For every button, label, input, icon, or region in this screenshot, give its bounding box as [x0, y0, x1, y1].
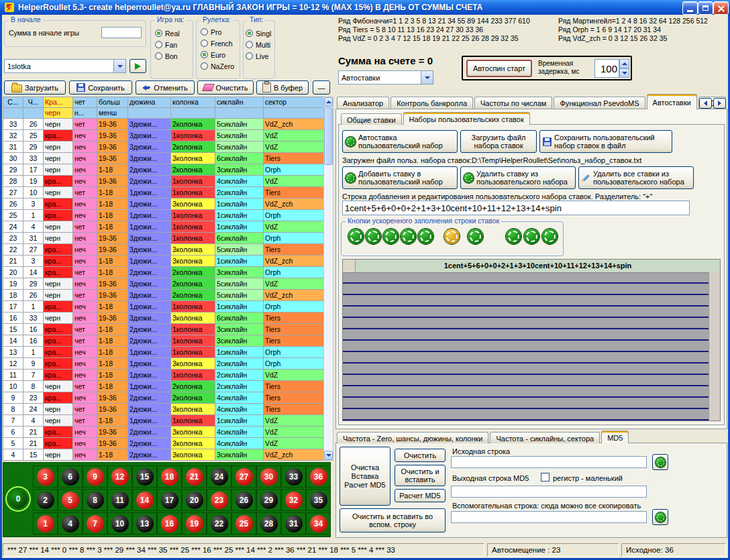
- board-cell-2[interactable]: 2: [33, 489, 58, 511]
- bet-string-input[interactable]: [342, 201, 690, 215]
- board-cell-15[interactable]: 15: [132, 465, 157, 488]
- board-cell-28[interactable]: 28: [256, 512, 281, 535]
- spinner-up-button[interactable]: [619, 59, 629, 68]
- save-button[interactable]: Сохранить: [69, 80, 132, 95]
- board-cell-36[interactable]: 36: [306, 465, 331, 488]
- bet-chip-button-1[interactable]: [348, 229, 364, 244]
- header-color[interactable]: Кра...: [44, 97, 73, 108]
- header-dozen[interactable]: дюжина: [128, 97, 171, 108]
- board-cell-27[interactable]: 27: [231, 465, 256, 488]
- tab-freq-zero-chances[interactable]: Частота - Zero, шансы, дюжины, колонки: [337, 432, 488, 443]
- list-row[interactable]: [343, 295, 709, 306]
- radio-singl[interactable]: Singl: [244, 27, 274, 39]
- board-cell-33[interactable]: 33: [281, 465, 306, 488]
- table-row[interactable]: 2227кра...неч19-363дюжи...3колонка5сикла…: [3, 244, 324, 256]
- maximize-button[interactable]: [698, 1, 713, 15]
- board-cell-29[interactable]: 29: [256, 489, 281, 511]
- header-column[interactable]: колонка: [171, 97, 215, 108]
- table-row[interactable]: 131кра...неч1-181дюжи...1колонка1сиклайн…: [3, 347, 324, 358]
- header-sector[interactable]: сектор: [264, 97, 324, 108]
- table-row[interactable]: 2014кра...чет1-182дюжи...2колонка3сиклай…: [3, 267, 324, 278]
- md5-multi-button[interactable]: ОчисткаВставкаРасчет MD5: [340, 447, 390, 506]
- start-sum-input[interactable]: [101, 27, 142, 38]
- list-row[interactable]: [343, 341, 709, 352]
- subtab-general-bets[interactable]: Общие ставки: [341, 113, 402, 125]
- radio-french[interactable]: French: [197, 38, 240, 49]
- delete-all-bets-button[interactable]: Удалить все ставки из пользовательского …: [578, 166, 694, 189]
- bet-chip-button-9[interactable]: [524, 229, 539, 244]
- table-row[interactable]: 1826чернчет19-363дюжи...2колонка5сиклайн…: [3, 290, 324, 301]
- clear-button[interactable]: Очистить: [197, 80, 254, 95]
- list-row[interactable]: [343, 352, 709, 363]
- board-cell-5[interactable]: 5: [58, 489, 83, 511]
- radio-pro[interactable]: Pro: [197, 26, 240, 38]
- board-cell-9[interactable]: 9: [83, 465, 107, 488]
- board-cell-32[interactable]: 32: [281, 489, 306, 511]
- autobets-combobox[interactable]: Автоставки: [338, 70, 433, 85]
- table-row[interactable]: 1929черннеч19-363дюжи...2колонка5сиклайн…: [3, 278, 324, 290]
- table-row[interactable]: 251кра...неч1-181дюжи...1колонка1сиклайн…: [3, 210, 324, 221]
- bet-chip-button-10[interactable]: [542, 229, 558, 244]
- radio-fan[interactable]: Fan: [151, 39, 193, 50]
- tab-freq-sixlines-sectors[interactable]: Частота - сиклайны, сектора: [490, 432, 600, 443]
- table-row[interactable]: 3129черннеч19-363дюжи...2колонка5сиклайн…: [3, 142, 324, 153]
- load-button[interactable]: Загрузить: [4, 80, 66, 95]
- board-cell-6[interactable]: 6: [58, 465, 83, 488]
- table-row[interactable]: 2331черннеч19-363дюжи...1колонка6сиклайн…: [3, 233, 324, 244]
- list-row[interactable]: [343, 363, 709, 375]
- md5-calc-button[interactable]: Расчет MD5: [395, 489, 446, 502]
- table-row[interactable]: 171кра...неч1-181дюжи...1колонка1сиклайн…: [3, 301, 324, 313]
- delete-bet-button[interactable]: Удалить ставку из пользовательского набо…: [460, 166, 576, 189]
- header-number[interactable]: Ч...: [23, 97, 44, 108]
- md5-source-chip-button[interactable]: [652, 454, 668, 470]
- table-row[interactable]: 415черннеч1-182дюжи...3колонка3сиклайнVd…: [3, 449, 324, 461]
- spinner-down-button[interactable]: [619, 68, 629, 78]
- board-cell-18[interactable]: 18: [157, 465, 182, 488]
- table-row[interactable]: 74чернчет1-181дюжи...1колонка1сиклайнVdZ: [3, 415, 324, 427]
- board-cell-35[interactable]: 35: [306, 489, 331, 511]
- board-cell-24[interactable]: 24: [207, 465, 231, 488]
- radio-live[interactable]: Live: [244, 50, 274, 62]
- load-bet-set-button[interactable]: Загрузить файл набора ставок: [460, 130, 537, 153]
- md5-source-input[interactable]: [451, 456, 647, 468]
- md5-clear-button[interactable]: Очистить: [395, 449, 446, 462]
- board-cell-0[interactable]: 0: [9, 490, 28, 508]
- header-range[interactable]: больш: [97, 97, 128, 108]
- minimize-button[interactable]: [682, 1, 698, 15]
- scroll-down-button[interactable]: [324, 451, 333, 460]
- md5-aux-chip-button[interactable]: [652, 509, 668, 525]
- bet-chip-button-4[interactable]: [401, 229, 416, 244]
- table-row[interactable]: 2819кра...неч19-362дюжи...1колонка4сикла…: [3, 176, 324, 187]
- play-button[interactable]: [129, 59, 146, 73]
- board-cell-7[interactable]: 7: [83, 512, 107, 535]
- slot-combobox[interactable]: 1slotka: [4, 59, 126, 73]
- list-row[interactable]: [343, 284, 709, 295]
- delay-value[interactable]: 100: [594, 59, 619, 78]
- scroll-up-button[interactable]: [324, 97, 333, 107]
- table-row[interactable]: 824чернчет19-362дюжи...3колонка4сиклайнT…: [3, 404, 324, 415]
- bet-chip-button-6[interactable]: [444, 229, 460, 244]
- undo-button[interactable]: Отменить: [136, 80, 195, 95]
- board-cell-17[interactable]: 17: [157, 489, 182, 511]
- board-cell-12[interactable]: 12: [107, 465, 132, 488]
- table-row[interactable]: 1416кра...чет1-182дюжи...1колонка3сиклай…: [3, 335, 324, 347]
- board-cell-34[interactable]: 34: [306, 512, 331, 535]
- table-row[interactable]: 3033черннеч19-363дюжи...3колонка6сиклайн…: [3, 153, 324, 164]
- scroll-thumb[interactable]: [324, 107, 333, 165]
- list-row[interactable]: [343, 398, 709, 409]
- tab-bankroll-control[interactable]: Контроль банкролла: [390, 97, 473, 109]
- tab-analyzer[interactable]: Анализатор: [337, 97, 389, 109]
- bet-chip-button-3[interactable]: [383, 229, 399, 244]
- radio-euro[interactable]: Euro: [197, 49, 240, 60]
- board-cell-16[interactable]: 16: [157, 512, 182, 535]
- bet-chip-button-8[interactable]: [506, 229, 521, 244]
- autospin-start-button[interactable]: Автоспин старт: [466, 60, 532, 77]
- header-parity[interactable]: чет: [73, 97, 97, 108]
- board-cell-8[interactable]: 8: [83, 489, 107, 511]
- board-cell-22[interactable]: 22: [207, 512, 231, 535]
- md5-aux-input[interactable]: [451, 511, 647, 523]
- collapse-button[interactable]: —: [313, 80, 330, 95]
- board-cell-23[interactable]: 23: [207, 489, 231, 511]
- tab-number-frequencies[interactable]: Частоты по числам: [474, 97, 552, 109]
- board-cell-1[interactable]: 1: [33, 512, 58, 535]
